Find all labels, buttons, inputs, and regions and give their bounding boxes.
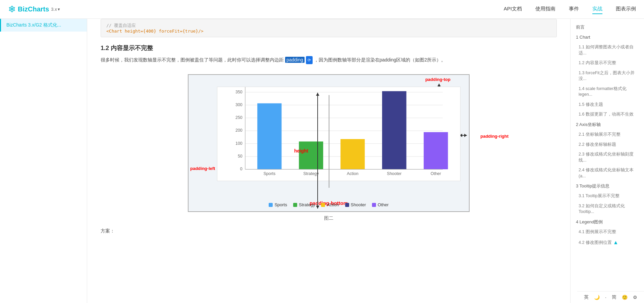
chart-box: padding-top padding-left padding-right 绘…: [188, 74, 470, 212]
bar-sports: [257, 103, 281, 169]
lang-zh[interactable]: 简: [612, 294, 616, 300]
legend-shooter: Shooter: [345, 202, 366, 207]
logo-area: ❄ BizCharts 3.x ▾: [8, 4, 60, 15]
toc-chart[interactable]: 1 Chart: [571, 32, 644, 42]
content-area: // 覆盖自适应 <Chart height={400} forceFit={t…: [87, 19, 570, 303]
right-sidebar: 前言 1 Chart 1.1 如何调整图表大小或者自适... 1.2 内容显示不…: [570, 19, 644, 303]
legend-sports-dot: [269, 203, 273, 207]
toc-4-1[interactable]: 4.1 图例展示不完整: [571, 227, 644, 237]
code-comment: // 覆盖自适应: [106, 23, 551, 29]
toc-1-1[interactable]: 1.1 如何调整图表大小或者自适...: [571, 42, 644, 58]
padding-left-label: padding-left: [190, 166, 215, 171]
height-arrow-line: [317, 93, 318, 209]
nav-link-guide[interactable]: 使用指南: [535, 4, 555, 14]
height-label: height: [294, 148, 308, 154]
bar-action: [340, 139, 365, 169]
height-arrow-down: [316, 206, 319, 209]
svg-text:Other: Other: [431, 172, 441, 176]
svg-text:0: 0: [240, 167, 243, 171]
toc-tooltip[interactable]: 3 Tooltip提示信息: [571, 181, 644, 191]
toc-3-1[interactable]: 3.1 Tooltip展示不完整: [571, 191, 644, 201]
padding-right-label: padding-right: [480, 134, 508, 139]
top-nav: ❄ BizCharts 3.x ▾ API文档 使用指南 事件 实战 图表示例: [0, 0, 644, 19]
bottom-toolbar: 英 🌙 · 简 🙂 ⚙: [577, 291, 644, 303]
svg-text:Action: Action: [347, 172, 359, 176]
toc-1-2[interactable]: 1.2 内容显示不完整: [571, 58, 644, 68]
padding-right-arrow: [460, 135, 467, 136]
translate-icon[interactable]: ⟳: [306, 56, 313, 64]
svg-text:50: 50: [238, 154, 243, 159]
padding-right-arrowhead: [464, 134, 467, 137]
moon-icon[interactable]: 🌙: [594, 295, 600, 300]
section-text: 很多时候，我们发现数轴显示不完整，图例被盖住了等问题，此时你可以选择调整内边距 …: [101, 56, 557, 64]
toc-2-3[interactable]: 2.3 修改或格式化坐标轴刻度线...: [571, 149, 644, 165]
padding-top-label: padding-top: [425, 77, 450, 82]
toc-preface[interactable]: 前言: [571, 22, 644, 32]
svg-text:250: 250: [235, 116, 243, 120]
main-layout: BizCharts 3.x/G2 格式化... // 覆盖自适应 <Chart …: [0, 19, 644, 303]
legend-sports: Sports: [269, 202, 287, 207]
toc-1-4[interactable]: 1.4 scale formatter格式化legen...: [571, 84, 644, 100]
nav-links: API文档 使用指南 事件 实战 图表示例: [504, 4, 636, 14]
svg-text:350: 350: [235, 90, 243, 94]
section-title: 1.2 内容显示不完整: [101, 44, 557, 52]
separator-dot: ·: [605, 295, 606, 300]
left-sidebar: BizCharts 3.x/G2 格式化...: [0, 19, 87, 303]
toc-legend[interactable]: 4 Legend图例: [571, 217, 644, 227]
solution-label: 方案：: [101, 228, 557, 234]
toc-3-2[interactable]: 3.2 如何自定义或格式化Tooltip...: [571, 201, 644, 217]
legend-strategy-dot: [293, 203, 297, 207]
svg-text:200: 200: [235, 128, 243, 133]
gear-icon[interactable]: ⚙: [633, 295, 637, 300]
svg-text:100: 100: [235, 141, 243, 146]
toc-2-1[interactable]: 2.1 坐标轴展示不完整: [571, 130, 644, 140]
height-arrow: height: [313, 93, 323, 209]
toc-up-arrow-icon: ▲: [613, 239, 619, 246]
toc-1-6[interactable]: 1.6 数据更新了，动画不生效: [571, 110, 644, 120]
legend-action: Action: [321, 202, 339, 207]
toc-axis[interactable]: 2 Axis坐标轴: [571, 120, 644, 130]
height-arrow-up: [316, 93, 319, 96]
toc-2-4[interactable]: 2.4 修改或格式化坐标轴文本(a...: [571, 165, 644, 181]
legend-other: Other: [372, 202, 389, 207]
svg-text:Shooter: Shooter: [387, 172, 401, 176]
toc-4-2[interactable]: 4.2 修改图例位置 ▲: [571, 237, 644, 248]
face-icon[interactable]: 🙂: [622, 295, 628, 300]
nav-link-api[interactable]: API文档: [504, 4, 522, 14]
legend-shooter-dot: [345, 203, 349, 207]
toc-1-3[interactable]: 1.3 forceFit之后，图表大小并没...: [571, 68, 644, 84]
mid-vertical-line: [329, 95, 329, 188]
svg-text:Sports: Sports: [263, 172, 275, 176]
figure-caption: 图二: [101, 215, 557, 221]
diagram-wrapper: width padding-top padding-left padding-r…: [188, 74, 470, 212]
lang-en[interactable]: 英: [584, 294, 589, 300]
sidebar-item-bizchart-g2[interactable]: BizCharts 3.x/G2 格式化...: [0, 19, 87, 32]
logo-text[interactable]: BizCharts: [18, 5, 49, 13]
highlight-padding: padding: [285, 57, 305, 63]
chart-svg: 350 300 250 200 100 50 0: [217, 87, 460, 181]
nav-link-examples[interactable]: 图表示例: [616, 4, 636, 14]
code-tag-line: <Chart height={400} forceFit={true}/>: [106, 29, 551, 34]
logo-version: 3.x ▾: [51, 7, 60, 12]
svg-text:300: 300: [235, 102, 243, 107]
nav-link-practice[interactable]: 实战: [592, 4, 602, 14]
padding-top-arrow-head: [437, 84, 441, 86]
legend-other-dot: [372, 203, 376, 207]
nav-link-events[interactable]: 事件: [569, 4, 579, 14]
legend-area: Sports Strategy Action Shooter: [189, 202, 469, 207]
toc-2-2[interactable]: 2.2 修改坐标轴标题: [571, 140, 644, 150]
inner-chart: 350 300 250 200 100 50 0: [217, 87, 461, 181]
bar-shooter: [382, 91, 406, 170]
toc-1-5[interactable]: 1.5 修改主题: [571, 100, 644, 110]
legend-strategy: Strategy: [293, 202, 315, 207]
logo-icon: ❄: [8, 4, 16, 15]
bar-other: [424, 132, 448, 170]
code-block: // 覆盖自适应 <Chart height={400} forceFit={t…: [101, 19, 557, 37]
